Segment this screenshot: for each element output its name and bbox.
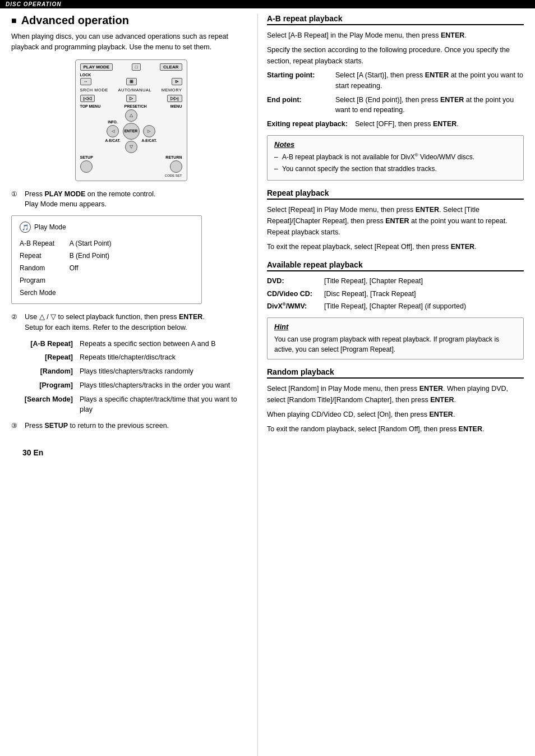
- rev-btn[interactable]: ↔: [80, 78, 91, 85]
- remote-row-1: PLAY MODE □ CLEAR: [80, 63, 182, 71]
- available-repeat-table: DVD: [Title Repeat], [Chapter Repeat] CD…: [267, 276, 524, 312]
- ab-end-point: End point: Select [B (End point)], then …: [267, 95, 524, 116]
- random-section-header: Random playback: [267, 367, 524, 379]
- avail-cd: CD/Video CD: [Disc Repeat], [Track Repea…: [267, 289, 524, 299]
- clear-btn[interactable]: CLEAR: [160, 63, 182, 71]
- avail-dvd: DVD: [Title Repeat], [Chapter Repeat]: [267, 276, 524, 287]
- avail-divx-desc: [Title Repeat], [Chapter Repeat] (if sup…: [324, 301, 524, 312]
- play-mode-table: A-B Repeat Repeat Random Program Serch M…: [20, 238, 193, 298]
- repeat-btn[interactable]: ⊞: [126, 78, 137, 85]
- avail-dvd-term: DVD:: [267, 276, 317, 287]
- code-set-label: CODE SET: [80, 174, 182, 177]
- play-mode-header: 🎵 Play Mode: [20, 222, 193, 233]
- avail-cd-desc: [Disc Repeat], [Track Repeat]: [324, 289, 524, 299]
- def-search: [Search Mode] Plays a specific chapter/t…: [17, 394, 251, 416]
- avail-divx-term: DivX®/WMV:: [267, 301, 317, 312]
- random-text-3: To exit the random playback, select [Ran…: [267, 423, 524, 435]
- disc-operation-bar: DISC OPERATION: [0, 0, 535, 8]
- def-search-term: [Search Mode]: [17, 394, 73, 416]
- top-menu-label: TOP MENU: [80, 104, 101, 108]
- pm-item-ab: A-B Repeat: [20, 238, 56, 248]
- ab-repeat-intro2: Specify the section according to the fol…: [267, 44, 524, 67]
- remote-illustration: PLAY MODE □ CLEAR LOCK ↔ ⊞ ⊳ SRCH MODE: [11, 59, 251, 181]
- def-repeat-term: [Repeat]: [17, 352, 73, 363]
- setup-return-row: [80, 160, 182, 173]
- ab-note-1: A-B repeat playback is not available for…: [274, 152, 516, 162]
- prev-btn[interactable]: |◁◁: [80, 95, 95, 102]
- def-random-desc: Plays titles/chapters/tracks randomly: [80, 366, 251, 377]
- remote-row-labels: SRCH MODE AUTO/MANUAL MEMORY: [80, 87, 182, 93]
- left-arrow-btn[interactable]: ◁: [107, 125, 119, 137]
- repeat-section-header: Repeat playback: [267, 188, 524, 200]
- down-btn[interactable]: ▽: [125, 141, 137, 153]
- def-program-desc: Plays titles/chapters/tracks in the orde…: [80, 380, 251, 391]
- step-2-num: ②: [11, 312, 20, 333]
- info-label: INFO.: [108, 120, 117, 124]
- def-ab-desc: Repeats a specific section between A and…: [80, 339, 251, 349]
- ae-cat-right-label: A-E/CAT.: [142, 139, 157, 142]
- play-btn[interactable]: ▷: [126, 95, 136, 102]
- left-column: Advanced operation When playing discs, y…: [0, 14, 258, 756]
- def-ab-repeat: [A-B Repeat] Repeats a specific section …: [17, 339, 251, 349]
- return-btn[interactable]: [170, 160, 182, 173]
- available-repeat-section-header: Available repeat playback: [267, 260, 524, 271]
- step-3-num: ③: [11, 421, 20, 431]
- setup-btn[interactable]: [80, 160, 93, 173]
- pm-val-b: B (End Point): [70, 251, 112, 261]
- ab-exiting: Exiting repeat playback: Select [OFF], t…: [267, 119, 524, 130]
- def-repeat-desc: Repeats title/chapter/disc/track: [80, 352, 251, 363]
- avail-dvd-desc: [Title Repeat], [Chapter Repeat]: [324, 276, 524, 287]
- step-3: ③ Press SETUP to return to the previous …: [11, 421, 251, 431]
- square-btn[interactable]: □: [132, 63, 141, 71]
- play-mode-btn[interactable]: PLAY MODE: [80, 63, 113, 71]
- ab-notes-box: Notes A-B repeat playback is not availab…: [267, 135, 524, 181]
- right-arrow-btn[interactable]: ▷: [143, 125, 155, 137]
- hint-box: Hint You can use program playback with r…: [267, 317, 524, 359]
- definition-list: [A-B Repeat] Repeats a specific section …: [17, 339, 251, 416]
- def-program: [Program] Plays titles/chapters/tracks i…: [17, 380, 251, 391]
- def-ab-term: [A-B Repeat]: [17, 339, 73, 349]
- ab-end-term: End point:: [267, 95, 329, 116]
- def-repeat: [Repeat] Repeats title/chapter/disc/trac…: [17, 352, 251, 363]
- srch-mode-label: SRCH MODE: [80, 87, 108, 93]
- hint-text: You can use program playback with repeat…: [274, 334, 516, 354]
- avail-divx: DivX®/WMV: [Title Repeat], [Chapter Repe…: [267, 301, 524, 312]
- remote-control: PLAY MODE □ CLEAR LOCK ↔ ⊞ ⊳ SRCH MODE: [75, 59, 187, 181]
- page-number-area: 30 En: [11, 437, 251, 457]
- auto-manual-label: AUTO/MANUAL: [118, 87, 152, 93]
- next-btn[interactable]: ▷▷|: [167, 95, 182, 102]
- nav-left-area: INFO. ◁ A-E/CAT.: [105, 120, 121, 142]
- up-btn[interactable]: △: [125, 109, 137, 122]
- right-column: A-B repeat playback Select [A-B Repeat] …: [258, 14, 535, 756]
- step-1-num: ①: [11, 189, 20, 210]
- remote-row-2: ↔ ⊞ ⊳: [80, 78, 182, 85]
- step-2-content: Use △ / ▽ to select playback function, t…: [25, 312, 251, 333]
- lock-label: LOCK: [80, 73, 182, 77]
- step-1-content: Press PLAY MODE on the remote control. P…: [25, 189, 251, 210]
- ab-note-2: You cannot specify the section that stra…: [274, 164, 516, 174]
- play-mode-left: A-B Repeat Repeat Random Program Serch M…: [20, 238, 56, 298]
- disc-operation-label: DISC OPERATION: [6, 1, 61, 7]
- avail-cd-term: CD/Video CD:: [267, 289, 317, 299]
- repeat-text-2: To exit the repeat playback, select [Rep…: [267, 241, 524, 252]
- pm-val-off: Off: [70, 263, 112, 273]
- play-mode-right: A (Start Point) B (End Point) Off: [70, 238, 112, 298]
- random-text-2: When playing CD/Video CD, select [On], t…: [267, 409, 524, 420]
- ab-end-desc: Select [B (End point)], then press ENTER…: [335, 95, 524, 116]
- random-text-1: Select [Random] in Play Mode menu, then …: [267, 383, 524, 405]
- memory-label: MEMORY: [162, 87, 182, 93]
- ab-repeat-intro: Select [A-B Repeat] in the Play Mode men…: [267, 30, 524, 41]
- page: DISC OPERATION Advanced operation When p…: [0, 0, 535, 756]
- pm-val-a: A (Start Point): [70, 238, 112, 248]
- enter-btn[interactable]: ENTER: [123, 123, 140, 140]
- pm-item-random: Random: [20, 263, 56, 273]
- fwd-btn[interactable]: ⊳: [172, 78, 182, 85]
- step-1-subtext: Play Mode menu appears.: [25, 200, 107, 208]
- nav-center-area: △ ENTER ▽: [123, 109, 140, 153]
- nav-circle-area: INFO. ◁ A-E/CAT. △ ENTER ▽ x ▷ A-E/C: [80, 109, 182, 153]
- preset-ch-label: PRESET/CH: [124, 104, 147, 108]
- intro-text: When playing discs, you can use advanced…: [11, 31, 251, 53]
- ab-start-desc: Select [A (Start)], then press ENTER at …: [335, 70, 524, 91]
- ab-repeat-section-header: A-B repeat playback: [267, 14, 524, 25]
- repeat-text-1: Select [Repeat] in Play Mode menu, then …: [267, 204, 524, 238]
